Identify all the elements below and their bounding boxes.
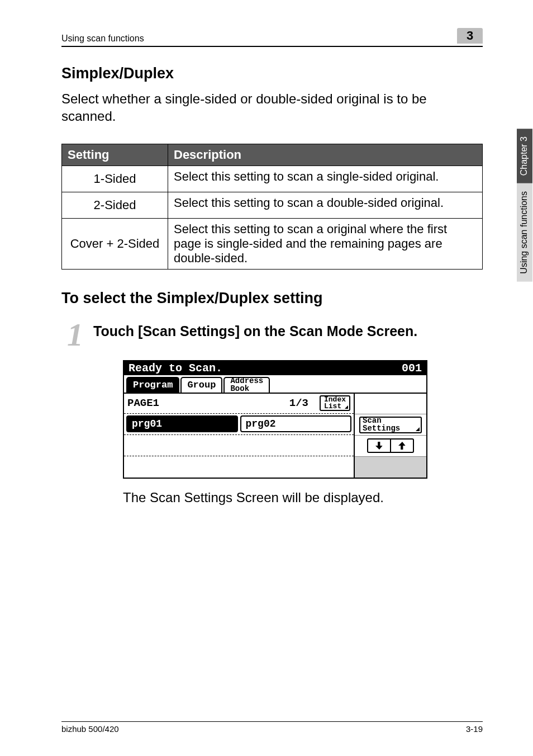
arrow-up-icon <box>398 442 406 450</box>
lcd-right-pane: Scan Settings <box>355 394 426 478</box>
page-header: Using scan functions 3 <box>61 28 483 47</box>
lcd-status-code: 001 <box>402 363 422 374</box>
table-row: 2-Sided Select this setting to scan a do… <box>62 192 483 219</box>
footer-page: 3-19 <box>466 724 483 734</box>
lcd-status-text: Ready to Scan. <box>129 363 222 374</box>
index-list-button[interactable]: Index List <box>320 395 350 411</box>
subsection-title: To select the Simplex/Duplex setting <box>61 290 483 307</box>
slot-empty <box>240 437 352 453</box>
step-block: 1 Touch [Scan Settings] on the Scan Mode… <box>61 323 483 349</box>
lcd-main: PAGE1 1/3 Index List prg01 prg02 <box>124 393 426 478</box>
th-setting: Setting <box>62 144 168 166</box>
lcd-page-label: PAGE1 <box>127 397 159 409</box>
table-row: Cover + 2-Sided Select this setting to s… <box>62 219 483 270</box>
cell-desc: Select this setting to scan a double-sid… <box>168 192 483 219</box>
lcd-slot-row-1: prg01 prg02 <box>124 414 354 435</box>
lcd-page-row: PAGE1 1/3 Index List <box>124 394 354 414</box>
slot-prg02[interactable]: prg02 <box>240 415 352 432</box>
index-list-label: Index List <box>324 396 346 410</box>
settings-table: Setting Description 1-Sided Select this … <box>61 144 483 270</box>
table-row: 1-Sided Select this setting to scan a si… <box>62 166 483 192</box>
section-title: Simplex/Duplex <box>61 65 483 82</box>
slot-empty <box>126 437 238 453</box>
tab-address-book-label: Address Book <box>230 377 263 393</box>
arrow-down-icon <box>375 442 383 450</box>
step-number: 1 <box>67 320 83 349</box>
right-cell-grey <box>355 457 426 478</box>
slot-prg01[interactable]: prg01 <box>126 415 238 432</box>
right-cell-arrows <box>355 436 426 457</box>
arrow-box <box>367 438 414 453</box>
slot-empty <box>240 458 352 475</box>
lcd-page-fraction: 1/3 <box>289 397 308 409</box>
th-description: Description <box>168 144 483 166</box>
right-cell-blank <box>355 394 426 415</box>
scan-settings-button[interactable]: Scan Settings <box>359 417 422 433</box>
lcd-left-pane: PAGE1 1/3 Index List prg01 prg02 <box>124 394 355 478</box>
page-footer: bizhub 500/420 3-19 <box>61 721 483 734</box>
lcd-status-bar: Ready to Scan. 001 <box>124 361 426 375</box>
cell-desc: Select this setting to scan a single-sid… <box>168 166 483 192</box>
scan-settings-label: Scan Settings <box>363 417 400 432</box>
cell-desc: Select this setting to scan a original w… <box>168 219 483 270</box>
lcd-slot-row-2 <box>124 435 354 456</box>
tab-group[interactable]: Group <box>180 377 222 393</box>
lcd-panel: Ready to Scan. 001 Program Group Address… <box>123 360 427 479</box>
tab-program[interactable]: Program <box>126 377 179 393</box>
lcd-tabs: Program Group Address Book <box>124 375 426 393</box>
section-intro: Select whether a single-sided or double-… <box>61 90 483 125</box>
side-tab-section: Using scan functions <box>517 183 532 282</box>
breadcrumb: Using scan functions <box>61 34 144 44</box>
tab-address-book[interactable]: Address Book <box>223 377 270 393</box>
cell-name: Cover + 2-Sided <box>62 219 168 270</box>
slot-empty <box>126 458 238 475</box>
chapter-pill: 3 <box>457 28 483 44</box>
lcd-slot-row-3 <box>124 456 354 478</box>
footer-model: bizhub 500/420 <box>61 724 119 734</box>
arrow-down-button[interactable] <box>368 440 391 452</box>
cell-name: 2-Sided <box>62 192 168 219</box>
step-result: The Scan Settings Screen will be display… <box>123 490 483 505</box>
side-tab: Chapter 3 Using scan functions <box>516 129 533 282</box>
arrow-up-button[interactable] <box>391 440 413 452</box>
right-cell-scan-settings: Scan Settings <box>355 414 426 436</box>
cell-name: 1-Sided <box>62 166 168 192</box>
side-tab-chapter: Chapter 3 <box>517 129 532 183</box>
step-text: Touch [Scan Settings] on the Scan Mode S… <box>93 323 483 340</box>
